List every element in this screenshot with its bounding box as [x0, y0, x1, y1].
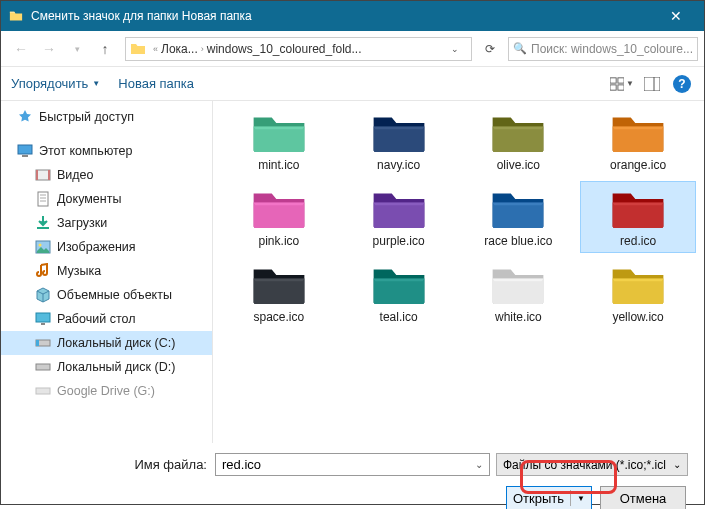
file-label: olive.ico: [497, 158, 540, 172]
toolbar: Упорядочить▼ Новая папка ▼ ?: [1, 67, 704, 101]
drive-icon: [35, 359, 51, 375]
breadcrumb[interactable]: windows_10_coloured_fold...: [207, 42, 362, 56]
filename-label: Имя файла:: [17, 457, 215, 472]
nav-up-button[interactable]: ↑: [91, 35, 119, 63]
file-item[interactable]: race blue.ico: [461, 181, 577, 253]
nav-recent-button[interactable]: ▾: [63, 35, 91, 63]
file-label: purple.ico: [373, 234, 425, 248]
folder-icon: [489, 262, 547, 306]
file-item[interactable]: purple.ico: [341, 181, 457, 253]
open-button[interactable]: Открыть ▼: [506, 486, 592, 509]
drive-icon: [35, 383, 51, 399]
chevron-down-icon[interactable]: ⌄: [443, 37, 467, 61]
file-item[interactable]: white.ico: [461, 257, 577, 329]
preview-pane-button[interactable]: [640, 72, 664, 96]
folder-icon: [489, 186, 547, 230]
file-item[interactable]: pink.ico: [221, 181, 337, 253]
nav-forward-button[interactable]: →: [35, 35, 63, 63]
file-label: white.ico: [495, 310, 542, 324]
address-bar[interactable]: « Лока... › windows_10_coloured_fold... …: [125, 37, 472, 61]
svg-rect-4: [644, 77, 660, 91]
filetype-dropdown[interactable]: Файлы со значками (*.ico;*.icl ⌄: [496, 453, 688, 476]
file-item[interactable]: navy.ico: [341, 105, 457, 177]
sidebar-quick-access[interactable]: Быстрый доступ: [1, 105, 212, 129]
search-input[interactable]: 🔍 Поиск: windows_10_coloure...: [508, 37, 698, 61]
folder-icon: [9, 9, 23, 23]
folder-icon: [130, 41, 146, 57]
sidebar-this-pc[interactable]: Этот компьютер: [1, 139, 212, 163]
new-folder-button[interactable]: Новая папка: [118, 76, 194, 91]
download-icon: [35, 215, 51, 231]
svg-rect-21: [36, 340, 39, 346]
search-placeholder: Поиск: windows_10_coloure...: [531, 42, 693, 56]
sidebar-item-drive-d[interactable]: Локальный диск (D:): [1, 355, 212, 379]
sidebar-item-google-drive[interactable]: Google Drive (G:): [1, 379, 212, 403]
svg-rect-10: [48, 170, 50, 180]
star-icon: [17, 109, 33, 125]
file-label: teal.ico: [380, 310, 418, 324]
cancel-button[interactable]: Отмена: [600, 486, 686, 509]
view-mode-button[interactable]: ▼: [610, 72, 634, 96]
file-label: orange.ico: [610, 158, 666, 172]
cube-icon: [35, 287, 51, 303]
help-button[interactable]: ?: [670, 72, 694, 96]
file-item[interactable]: orange.ico: [580, 105, 696, 177]
file-item[interactable]: teal.ico: [341, 257, 457, 329]
chevron-right-icon: ›: [201, 44, 204, 54]
sidebar-item-desktop[interactable]: Рабочий стол: [1, 307, 212, 331]
video-icon: [35, 167, 51, 183]
file-label: red.ico: [620, 234, 656, 248]
sidebar-item-downloads[interactable]: Загрузки: [1, 211, 212, 235]
sidebar-item-documents[interactable]: Документы: [1, 187, 212, 211]
folder-icon: [250, 262, 308, 306]
folder-icon: [370, 262, 428, 306]
svg-point-17: [39, 244, 42, 247]
svg-rect-3: [618, 84, 624, 89]
folder-icon: [609, 110, 667, 154]
folder-icon: [609, 262, 667, 306]
svg-rect-19: [41, 323, 45, 325]
file-label: yellow.ico: [612, 310, 663, 324]
sidebar: Быстрый доступ Этот компьютер Видео Доку…: [1, 101, 213, 443]
file-list: mint.ico navy.ico olive.ico orange.: [213, 101, 704, 443]
breadcrumb[interactable]: Лока...: [161, 42, 198, 56]
file-item[interactable]: space.ico: [221, 257, 337, 329]
file-item[interactable]: mint.ico: [221, 105, 337, 177]
sidebar-item-music[interactable]: Музыка: [1, 259, 212, 283]
organize-menu[interactable]: Упорядочить▼: [11, 76, 100, 91]
drive-icon: [35, 335, 51, 351]
nav-back-button[interactable]: ←: [7, 35, 35, 63]
document-icon: [35, 191, 51, 207]
svg-rect-18: [36, 313, 50, 322]
svg-rect-15: [37, 227, 49, 229]
sidebar-item-pictures[interactable]: Изображения: [1, 235, 212, 259]
svg-rect-9: [36, 170, 38, 180]
dialog-footer: Имя файла: red.ico ⌄ Файлы со значками (…: [1, 443, 704, 509]
svg-rect-6: [18, 145, 32, 154]
folder-icon: [609, 186, 667, 230]
sidebar-item-videos[interactable]: Видео: [1, 163, 212, 187]
file-item[interactable]: yellow.ico: [580, 257, 696, 329]
folder-icon: [250, 186, 308, 230]
sidebar-item-drive-c[interactable]: Локальный диск (C:): [1, 331, 212, 355]
file-item[interactable]: red.ico: [580, 181, 696, 253]
file-label: navy.ico: [377, 158, 420, 172]
close-button[interactable]: ✕: [656, 1, 696, 31]
chevron-down-icon[interactable]: ▼: [577, 494, 585, 503]
svg-rect-7: [22, 155, 28, 157]
svg-rect-11: [38, 192, 48, 206]
folder-icon: [489, 110, 547, 154]
folder-icon: [370, 186, 428, 230]
filename-input[interactable]: red.ico ⌄: [215, 453, 490, 476]
folder-icon: [370, 110, 428, 154]
svg-rect-2: [610, 84, 616, 89]
svg-rect-23: [36, 388, 50, 394]
file-label: race blue.ico: [484, 234, 552, 248]
chevron-down-icon[interactable]: ⌄: [475, 459, 483, 470]
file-item[interactable]: olive.ico: [461, 105, 577, 177]
svg-rect-0: [610, 77, 616, 82]
music-icon: [35, 263, 51, 279]
sidebar-item-3d-objects[interactable]: Объемные объекты: [1, 283, 212, 307]
folder-icon: [250, 110, 308, 154]
refresh-button[interactable]: ⟳: [478, 37, 502, 61]
